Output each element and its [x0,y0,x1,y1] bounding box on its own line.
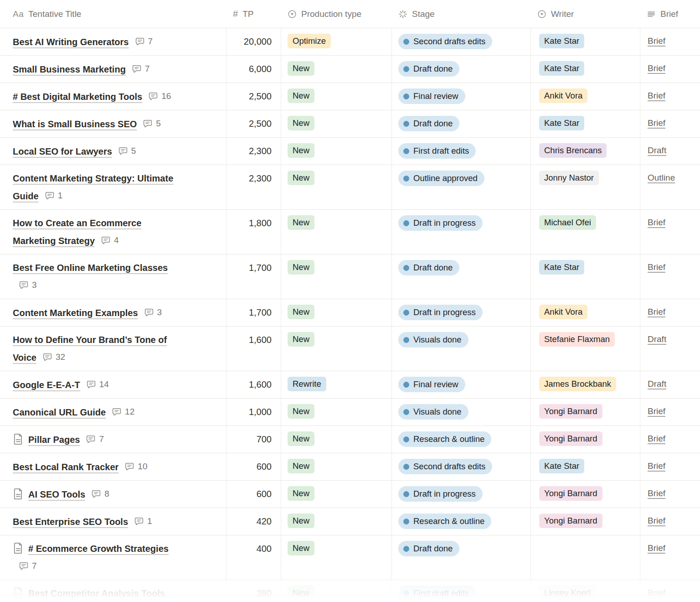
comment-indicator[interactable]: 12 [112,403,134,420]
comment-indicator[interactable]: 32 [42,348,65,366]
comment-indicator[interactable]: 14 [86,376,109,393]
writer-tag[interactable]: Michael Ofei [539,215,596,230]
title-cell[interactable]: Small Business Marketing7 [0,56,226,83]
stage-cell[interactable]: Visuals done [392,399,531,426]
tp-cell[interactable]: 700 [226,426,281,453]
tp-cell[interactable]: 420 [226,508,281,535]
brief-cell[interactable]: Draft [640,138,700,165]
title-cell[interactable]: Google E-E-A-T14 [0,371,226,398]
writer-tag[interactable]: Jonny Nastor [539,171,599,185]
brief-link[interactable]: Brief [648,488,665,498]
tp-cell[interactable]: 6,000 [226,56,281,83]
brief-link[interactable]: Draft [648,145,666,155]
stage-tag[interactable]: Draft done [398,61,459,77]
production-type-tag[interactable]: New [288,541,314,555]
production-type-tag[interactable]: New [288,61,314,76]
stage-tag[interactable]: Draft done [398,116,459,131]
writer-tag[interactable]: Stefanie Flaxman [539,332,615,347]
title-cell[interactable]: Content Marketing Strategy: Ultimate Gui… [0,165,226,209]
stage-tag[interactable]: Research & outline [398,431,491,447]
brief-cell[interactable]: Brief [640,453,700,480]
writer-tag[interactable]: Kate Star [539,34,584,48]
column-header-stage[interactable]: Stage [392,9,531,19]
brief-cell[interactable]: Brief [640,535,700,580]
production-type-cell[interactable]: Rewrite [281,371,392,398]
brief-cell[interactable]: Brief [640,254,700,299]
stage-cell[interactable]: Research & outline [392,508,531,535]
tp-cell[interactable]: 1,600 [226,327,281,371]
stage-tag[interactable]: Final review [398,377,465,392]
production-type-tag[interactable]: New [288,431,314,446]
writer-tag[interactable]: Ankit Vora [539,305,587,319]
writer-tag[interactable]: Kate Star [539,61,584,76]
brief-cell[interactable]: Brief [640,56,700,83]
tp-cell[interactable]: 2,500 [226,110,281,137]
title-cell[interactable]: How to Create an Ecommerce Marketing Str… [0,210,226,254]
row-title[interactable]: Small Business Marketing [13,64,126,74]
brief-link[interactable]: Brief [648,543,665,553]
row-title[interactable]: How to Create an Ecommerce Marketing Str… [13,218,141,246]
writer-tag[interactable]: Chris Brencans [539,143,607,158]
comment-indicator[interactable]: 16 [148,88,171,105]
title-cell[interactable]: What is Small Business SEO5 [0,110,226,137]
production-type-tag[interactable]: Optimize [288,34,331,48]
production-type-tag[interactable]: New [288,171,314,185]
brief-link[interactable]: Draft [648,379,666,389]
stage-cell[interactable]: Draft done [392,56,531,83]
writer-tag[interactable]: Kate Star [539,459,584,473]
brief-cell[interactable]: Brief [640,28,700,55]
comment-indicator[interactable]: 3 [19,276,37,294]
stage-tag[interactable]: Final review [398,88,465,104]
production-type-cell[interactable]: New [281,165,392,209]
writer-cell[interactable]: Kate Star [531,28,640,55]
brief-link[interactable]: Brief [648,36,665,46]
stage-cell[interactable]: Final review [392,83,531,110]
tp-cell[interactable]: 600 [226,453,281,480]
column-header-brief[interactable]: Brief [640,9,700,19]
row-title[interactable]: Google E-E-A-T [13,380,80,390]
tp-cell[interactable]: 2,300 [226,138,281,165]
production-type-cell[interactable]: New [281,426,392,453]
stage-cell[interactable]: Outline approved [392,165,531,209]
title-cell[interactable]: # Ecommerce Growth Strategies7 [0,535,226,580]
comment-indicator[interactable]: 10 [124,458,147,475]
tp-cell[interactable]: 400 [226,535,281,580]
production-type-cell[interactable]: New [281,481,392,508]
writer-cell[interactable]: Ankit Vora [531,299,640,326]
row-title[interactable]: Content Marketing Examples [13,308,138,318]
writer-tag[interactable]: Ankit Vora [539,88,587,103]
row-title[interactable]: What is Small Business SEO [13,119,137,129]
row-title[interactable]: Pillar Pages [28,435,80,445]
writer-cell[interactable]: Yongi Barnard [531,426,640,453]
writer-cell[interactable]: Michael Ofei [531,210,640,254]
production-type-cell[interactable]: New [281,580,392,602]
production-type-tag[interactable]: New [288,215,314,230]
title-cell[interactable]: Best Competitor Analysis Tools for SEO22 [0,580,226,602]
stage-tag[interactable]: Draft in progress [398,305,483,320]
brief-link[interactable]: Brief [648,516,665,525]
brief-cell[interactable]: Brief [640,426,700,453]
stage-cell[interactable]: Second drafts edits [392,453,531,480]
row-title[interactable]: Best Enterprise SEO Tools [13,517,128,527]
writer-cell[interactable]: Kate Star [531,254,640,299]
title-cell[interactable]: Canonical URL Guide12 [0,399,226,426]
writer-tag[interactable]: Yongi Barnard [539,404,602,419]
brief-cell[interactable]: Brief [640,110,700,137]
tp-cell[interactable]: 600 [226,481,281,508]
stage-tag[interactable]: Draft in progress [398,486,483,502]
production-type-tag[interactable]: New [288,586,314,600]
writer-cell[interactable]: Ankit Vora [531,83,640,110]
comment-indicator[interactable]: 7 [86,431,104,448]
writer-tag[interactable]: Linsey Knerl [539,586,596,600]
writer-cell[interactable]: Yongi Barnard [531,399,640,426]
brief-link[interactable]: Brief [648,307,665,317]
brief-cell[interactable]: Brief [640,210,700,254]
brief-link[interactable]: Outline [648,173,675,182]
production-type-tag[interactable]: New [288,116,314,130]
writer-tag[interactable]: James Brockbank [539,377,616,391]
production-type-tag[interactable]: New [288,404,314,419]
writer-tag[interactable]: Kate Star [539,260,584,275]
production-type-cell[interactable]: New [281,110,392,137]
production-type-cell[interactable]: New [281,508,392,535]
column-header-tp[interactable]: # TP [226,9,281,19]
